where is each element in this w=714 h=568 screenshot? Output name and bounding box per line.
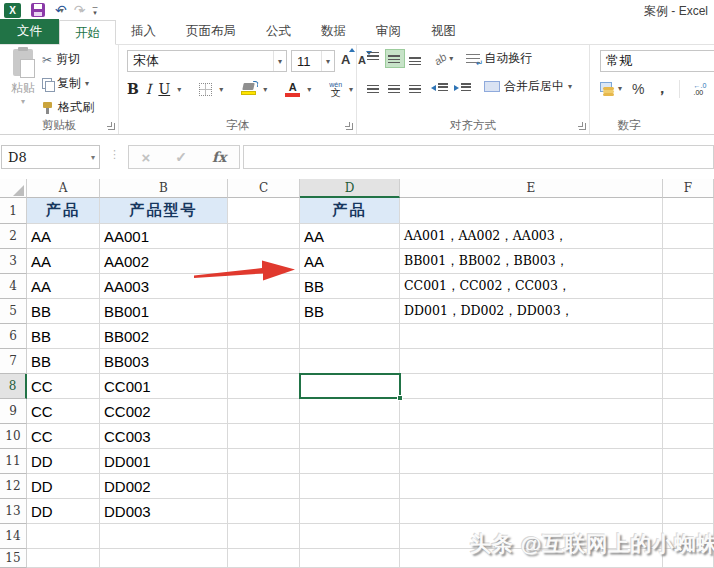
cell-A6[interactable]: BB [27, 324, 100, 349]
copy-button[interactable]: 复制 ▾ [42, 75, 94, 92]
merge-center-dropdown-icon[interactable]: ▾ [568, 82, 572, 91]
tab-home[interactable]: 开始 [59, 20, 116, 45]
column-header-A[interactable]: A [27, 179, 100, 198]
row-header-15[interactable]: 15 [0, 549, 27, 568]
cell-E13[interactable] [400, 499, 663, 524]
row-header-13[interactable]: 13 [0, 499, 27, 524]
align-right-button[interactable] [407, 78, 425, 95]
column-header-C[interactable]: C [228, 179, 300, 198]
tab-formulas[interactable]: 公式 [251, 19, 306, 44]
cell-C1[interactable] [228, 198, 300, 224]
cell-D13[interactable] [300, 499, 400, 524]
cell-F8[interactable] [663, 374, 714, 399]
cell-F12[interactable] [663, 474, 714, 499]
column-header-F[interactable]: F [663, 179, 714, 198]
cell-C15[interactable] [228, 549, 300, 568]
cell-B1[interactable]: 产品型号 [100, 198, 228, 224]
cell-A5[interactable]: BB [27, 299, 100, 324]
cut-button[interactable]: ✂ 剪切 [42, 51, 94, 68]
cell-E4[interactable]: CC001，CC002，CC003， [400, 274, 663, 299]
cell-E8[interactable] [400, 374, 663, 399]
formula-bar-grip-icon[interactable]: ⋮ [109, 148, 120, 161]
grow-font-button[interactable]: A [341, 52, 350, 67]
cell-F9[interactable] [663, 399, 714, 424]
bold-button[interactable]: B [127, 81, 139, 97]
cell-E2[interactable]: AA001，AA002，AA003， [400, 224, 663, 249]
cell-E12[interactable] [400, 474, 663, 499]
font-color-dropdown-icon[interactable]: ▾ [307, 85, 311, 94]
cell-F13[interactable] [663, 499, 714, 524]
row-header-14[interactable]: 14 [0, 524, 27, 549]
selected-cell-outline[interactable] [299, 373, 401, 399]
row-header-2[interactable]: 2 [0, 224, 27, 249]
copy-dropdown-icon[interactable]: ▾ [85, 79, 89, 88]
font-color-button[interactable]: A [285, 82, 300, 97]
name-box-dropdown-icon[interactable]: ▾ [91, 153, 99, 162]
cell-E6[interactable] [400, 324, 663, 349]
align-bottom-button[interactable] [407, 50, 425, 67]
cell-D12[interactable] [300, 474, 400, 499]
cell-B12[interactable]: DD002 [100, 474, 228, 499]
row-header-3[interactable]: 3 [0, 249, 27, 274]
cell-C2[interactable] [228, 224, 300, 249]
undo-dropdown-icon[interactable]: ▾ [60, 6, 64, 15]
format-painter-button[interactable]: 格式刷 [42, 99, 94, 116]
cell-B11[interactable]: DD001 [100, 449, 228, 474]
cell-F2[interactable] [663, 224, 714, 249]
cell-B13[interactable]: DD003 [100, 499, 228, 524]
quick-access-customize-icon[interactable]: – ▾ [93, 5, 98, 15]
font-name-select[interactable]: 宋体 ▾ [127, 50, 287, 72]
column-header-B[interactable]: B [100, 179, 228, 198]
number-format-select[interactable]: 常规 [600, 50, 714, 72]
cell-F4[interactable] [663, 274, 714, 299]
cell-C11[interactable] [228, 449, 300, 474]
cell-C6[interactable] [228, 324, 300, 349]
cell-C7[interactable] [228, 349, 300, 374]
orientation-dropdown-icon[interactable]: ▾ [449, 54, 453, 63]
cell-D5[interactable]: BB [300, 299, 400, 324]
cell-D1[interactable]: 产品 [300, 198, 400, 224]
underline-dropdown-icon[interactable]: ▾ [177, 85, 181, 94]
cell-D2[interactable]: AA [300, 224, 400, 249]
accounting-dropdown-icon[interactable]: ▾ [618, 84, 622, 93]
cell-C5[interactable] [228, 299, 300, 324]
tab-page-layout[interactable]: 页面布局 [171, 19, 251, 44]
cell-F5[interactable] [663, 299, 714, 324]
fill-color-dropdown-icon[interactable]: ▾ [263, 85, 267, 94]
row-header-7[interactable]: 7 [0, 349, 27, 374]
cell-D15[interactable] [300, 549, 400, 568]
cell-B8[interactable]: CC001 [100, 374, 228, 399]
cell-D10[interactable] [300, 424, 400, 449]
tab-data[interactable]: 数据 [306, 19, 361, 44]
font-size-dropdown-icon[interactable]: ▾ [321, 51, 334, 71]
cell-E7[interactable] [400, 349, 663, 374]
row-header-11[interactable]: 11 [0, 449, 27, 474]
cell-C10[interactable] [228, 424, 300, 449]
cell-B6[interactable]: BB002 [100, 324, 228, 349]
cell-C14[interactable] [228, 524, 300, 549]
font-size-select[interactable]: 11 ▾ [291, 50, 335, 72]
row-header-5[interactable]: 5 [0, 299, 27, 324]
accounting-format-button[interactable]: ▾ [600, 82, 622, 96]
cell-D11[interactable] [300, 449, 400, 474]
cell-A11[interactable]: DD [27, 449, 100, 474]
row-header-12[interactable]: 12 [0, 474, 27, 499]
cell-D7[interactable] [300, 349, 400, 374]
cell-E1[interactable] [400, 198, 663, 224]
font-name-dropdown-icon[interactable]: ▾ [273, 51, 286, 71]
row-header-4[interactable]: 4 [0, 274, 27, 299]
cell-A10[interactable]: CC [27, 424, 100, 449]
cell-B9[interactable]: CC002 [100, 399, 228, 424]
cell-B2[interactable]: AA001 [100, 224, 228, 249]
cell-E9[interactable] [400, 399, 663, 424]
increase-indent-button[interactable] [454, 81, 471, 93]
column-header-D[interactable]: D [300, 179, 400, 198]
cell-D6[interactable] [300, 324, 400, 349]
tab-view[interactable]: 视图 [416, 19, 471, 44]
cell-E11[interactable] [400, 449, 663, 474]
clipboard-dialog-launcher-icon[interactable] [108, 123, 115, 130]
cell-B10[interactable]: CC003 [100, 424, 228, 449]
insert-function-icon[interactable]: fx [212, 149, 226, 165]
cell-B15[interactable] [100, 549, 228, 568]
phonetic-dropdown-icon[interactable]: ▾ [349, 85, 353, 94]
